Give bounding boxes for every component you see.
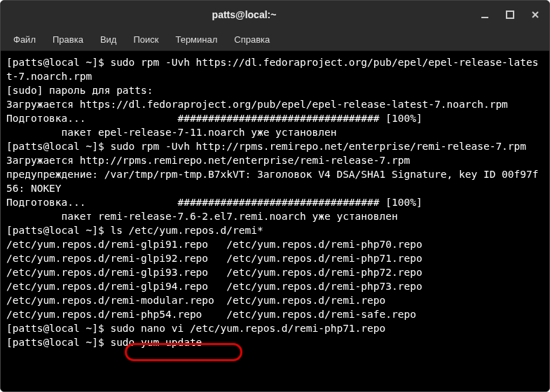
terminal-line: /etc/yum.repos.d/remi-php54.repo /etc/yu… bbox=[6, 309, 416, 320]
terminal-line: /etc/yum.repos.d/remi-glpi93.repo /etc/y… bbox=[6, 267, 422, 278]
minimize-button[interactable] bbox=[479, 9, 490, 20]
svg-rect-0 bbox=[481, 17, 488, 18]
menu-terminal[interactable]: Терминал bbox=[168, 31, 224, 48]
terminal-line: [sudo] пароль для patts: bbox=[6, 85, 153, 96]
terminal-line: Загружается https://dl.fedoraproject.org… bbox=[6, 99, 508, 110]
window-controls bbox=[479, 9, 541, 20]
terminal-line: /etc/yum.repos.d/remi-modular.repo /etc/… bbox=[6, 295, 385, 306]
terminal-line: /etc/yum.repos.d/remi-glpi91.repo /etc/y… bbox=[6, 239, 422, 250]
menu-help[interactable]: Справка bbox=[227, 31, 277, 48]
menu-view[interactable]: Вид bbox=[93, 31, 124, 48]
terminal-line: [patts@local ~]$ sudo nano vi /etc/yum.r… bbox=[6, 323, 385, 334]
titlebar: patts@local:~ bbox=[1, 1, 549, 29]
terminal-line: пакет remi-release-7.6-2.el7.remi.noarch… bbox=[6, 211, 398, 222]
svg-rect-1 bbox=[507, 11, 514, 18]
terminal-line: Загружается http://rpms.remirepo.net/ent… bbox=[6, 155, 410, 166]
menu-edit[interactable]: Правка bbox=[46, 31, 90, 48]
terminal-line: [patts@local ~]$ ls /etc/yum.repos.d/rem… bbox=[6, 225, 263, 236]
maximize-button[interactable] bbox=[504, 9, 516, 20]
terminal-line: Подготовка... ##########################… bbox=[6, 197, 422, 208]
terminal-line: /etc/yum.repos.d/remi-glpi92.repo /etc/y… bbox=[6, 253, 422, 264]
menubar: Файл Правка Вид Поиск Терминал Справка bbox=[1, 29, 549, 51]
close-button[interactable] bbox=[530, 9, 541, 20]
menu-file[interactable]: Файл bbox=[6, 31, 43, 48]
window-title: patts@local:~ bbox=[9, 9, 479, 20]
terminal-line: предупреждение: /var/tmp/rpm-tmp.B7xkVT:… bbox=[6, 169, 539, 194]
terminal-line: /etc/yum.repos.d/remi-glpi94.repo /etc/y… bbox=[6, 281, 422, 292]
terminal-line: [patts@local ~]$ sudo rpm -Uvh http://rp… bbox=[6, 141, 526, 152]
terminal-output[interactable]: [patts@local ~]$ sudo rpm -Uvh https://d… bbox=[1, 51, 549, 391]
terminal-line: [patts@local ~]$ sudo rpm -Uvh https://d… bbox=[6, 57, 539, 82]
terminal-line: Подготовка... ##########################… bbox=[6, 113, 422, 124]
terminal-line: пакет epel-release-7-11.noarch уже устан… bbox=[6, 127, 336, 138]
terminal-line: [patts@local ~]$ sudo yum update bbox=[6, 337, 202, 348]
menu-search[interactable]: Поиск bbox=[126, 31, 165, 48]
terminal-window: patts@local:~ Файл Правка Вид Поиск Терм… bbox=[0, 0, 550, 392]
